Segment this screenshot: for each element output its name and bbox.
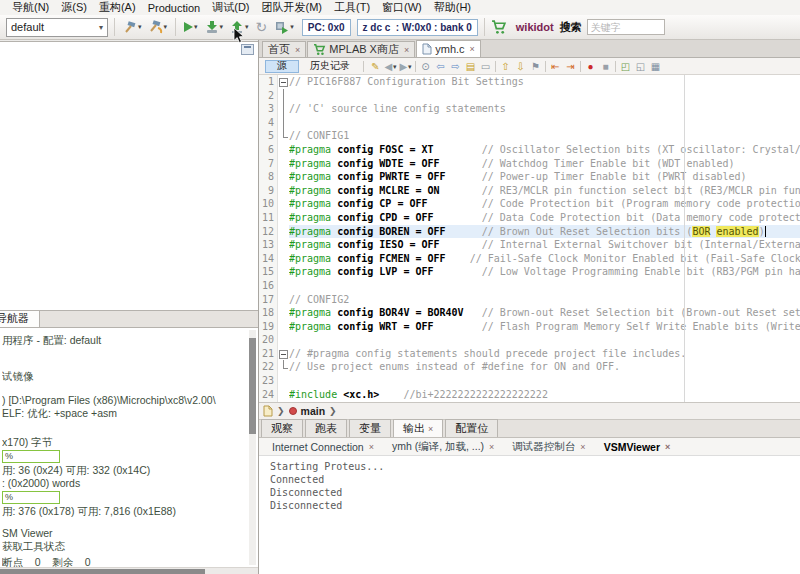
code-line[interactable]: // PIC16F887 Configuration Bit Settings xyxy=(289,75,800,89)
stop-macro-icon[interactable]: ● xyxy=(583,60,598,73)
close-icon[interactable]: × xyxy=(489,442,494,452)
find-previous-occurrence-icon[interactable]: ⇦ xyxy=(433,60,448,73)
cart-icon[interactable] xyxy=(491,20,507,34)
code-line[interactable]: #include <xc.h> //bi+2222222222222222222 xyxy=(289,388,800,402)
next-bookmark-icon[interactable]: ⇩ xyxy=(513,60,528,73)
tab-home[interactable]: 首页× xyxy=(262,41,306,57)
scrollbar-thumb[interactable] xyxy=(249,338,256,434)
rectangular-selection-icon[interactable]: ▭ xyxy=(478,60,493,73)
fold-marker[interactable] xyxy=(278,360,289,374)
comment-icon[interactable]: ◰ xyxy=(618,60,633,73)
code-line[interactable]: #pragma config BOREN = OFF // Brown Out … xyxy=(289,225,800,239)
code-line[interactable]: // #pragma config statements should prec… xyxy=(289,347,800,361)
tab-watches[interactable]: 观察 xyxy=(261,419,303,437)
pause-icon[interactable]: ■ xyxy=(598,60,613,73)
code-fold-column[interactable] xyxy=(278,75,289,402)
code-editor[interactable]: 123456789101112131415161718192021222324 … xyxy=(259,75,800,402)
reset-button[interactable]: ↻ xyxy=(254,17,270,37)
tab-output[interactable]: 输出× xyxy=(393,419,443,437)
code-area[interactable]: // PIC16F887 Configuration Bit Settings/… xyxy=(289,75,800,402)
scrollbar-thumb[interactable] xyxy=(0,569,205,574)
code-line[interactable] xyxy=(289,279,800,293)
dashboard-vertical-scrollbar[interactable] xyxy=(249,330,256,565)
fold-marker[interactable] xyxy=(278,75,289,89)
find-next-occurrence-icon[interactable]: ⇨ xyxy=(448,60,463,73)
output-tab-ymh[interactable]: ymh (编译, 加载, ...)× xyxy=(383,439,503,455)
code-line[interactable]: #pragma config BOR4V = BOR40V // Brown-o… xyxy=(289,306,800,320)
menu-item[interactable]: 工具(T) xyxy=(328,0,376,15)
code-line[interactable]: // CONFIG2 xyxy=(289,293,800,307)
last-edit-icon[interactable]: ✎ xyxy=(368,60,383,73)
code-line[interactable] xyxy=(289,89,800,103)
fold-marker[interactable] xyxy=(278,129,289,143)
menu-item[interactable]: 调试(D) xyxy=(206,0,255,15)
dashboard-horizontal-scrollbar[interactable] xyxy=(0,567,258,574)
output-tab-vsmviewer[interactable]: VSMViewer× xyxy=(595,440,680,454)
toggle-highlight-icon[interactable]: ▤ xyxy=(463,60,478,73)
tab-config-bits[interactable]: 配置位 xyxy=(445,419,498,437)
clean-build-button[interactable]: ▾ xyxy=(147,17,170,37)
code-line[interactable]: #pragma config CP = OFF // Code Protecti… xyxy=(289,197,800,211)
code-line[interactable]: #pragma config LVP = OFF // Low Voltage … xyxy=(289,265,800,279)
code-line[interactable]: #pragma config IESO = OFF // Internal Ex… xyxy=(289,238,800,252)
debug-button[interactable]: ▾ xyxy=(272,17,296,37)
code-line[interactable]: #pragma config FCMEN = OFF // Fail-Safe … xyxy=(289,252,800,266)
code-line[interactable]: #pragma config FOSC = XT // Oscillator S… xyxy=(289,143,800,157)
close-icon[interactable]: × xyxy=(295,45,300,55)
output-tab-internet-connection[interactable]: Internet Connection× xyxy=(263,440,383,454)
menu-item[interactable]: 窗口(W) xyxy=(376,0,428,15)
shift-right-icon[interactable]: ⇥ xyxy=(563,60,578,73)
code-line[interactable]: // 'C' source line config statements xyxy=(289,102,800,116)
code-line[interactable]: // CONFIG1 xyxy=(289,129,800,143)
insert-code-icon[interactable]: ▦ xyxy=(648,60,663,73)
source-view-button[interactable]: 源 xyxy=(265,60,299,73)
close-icon[interactable]: × xyxy=(428,424,433,434)
run-button[interactable]: ▾ xyxy=(182,17,200,37)
menu-item[interactable]: 帮助(H) xyxy=(428,0,477,15)
code-line[interactable] xyxy=(289,116,800,130)
config-select[interactable]: default ▾ xyxy=(6,18,108,37)
forward-icon[interactable]: ▶▾ xyxy=(398,60,413,73)
menu-item[interactable]: Production xyxy=(142,2,207,14)
code-line[interactable]: #pragma config PWRTE = OFF // Power-up T… xyxy=(289,170,800,184)
tab-mplab-store[interactable]: MPLAB X商店× xyxy=(307,41,415,57)
tab-navigator[interactable]: 导航器 xyxy=(0,309,40,327)
close-icon[interactable]: × xyxy=(470,44,475,54)
close-icon[interactable]: × xyxy=(404,45,409,55)
shift-left-icon[interactable]: ⇤ xyxy=(548,60,563,73)
minimize-window-icon[interactable] xyxy=(241,44,254,55)
previous-bookmark-icon[interactable]: ⇧ xyxy=(498,60,513,73)
find-selection-icon[interactable]: ⊙ xyxy=(418,60,433,73)
program-device-button[interactable]: ▾ xyxy=(203,17,226,37)
code-line[interactable]: #pragma config MCLRE = ON // RE3/MCLR pi… xyxy=(289,184,800,198)
wikidot-search-input[interactable] xyxy=(587,19,665,35)
code-line[interactable]: #pragma config WDTE = OFF // Watchdog Ti… xyxy=(289,157,800,171)
menu-item[interactable]: 导航(N) xyxy=(6,0,55,15)
menu-item[interactable]: 团队开发(M) xyxy=(256,0,329,15)
build-button[interactable]: ▾ xyxy=(121,17,144,37)
close-icon[interactable]: × xyxy=(369,442,374,452)
code-line[interactable]: #pragma config WRT = OFF // Flash Progra… xyxy=(289,320,800,334)
output-tab-debugger-console[interactable]: 调试器控制台× xyxy=(503,439,594,455)
close-icon[interactable]: × xyxy=(665,442,670,452)
back-icon[interactable]: ◀▾ xyxy=(383,60,398,73)
output-console[interactable]: Starting Proteus...ConnectedDisconnected… xyxy=(259,456,800,574)
breadcrumb-item-main[interactable]: main xyxy=(301,405,326,417)
close-icon[interactable]: × xyxy=(580,442,585,452)
fold-marker[interactable] xyxy=(278,347,289,361)
fold-marker[interactable] xyxy=(278,89,289,103)
uncomment-icon[interactable]: ◱ xyxy=(633,60,648,73)
fold-marker[interactable] xyxy=(278,116,289,130)
fold-marker[interactable] xyxy=(278,102,289,116)
tab-stopwatch[interactable]: 跑表 xyxy=(305,419,347,437)
code-line[interactable] xyxy=(289,374,800,388)
tab-ymh-c[interactable]: ymh.c× xyxy=(416,40,481,57)
code-line[interactable]: #pragma config CPD = OFF // Data Code Pr… xyxy=(289,211,800,225)
code-line[interactable] xyxy=(289,333,800,347)
menu-item[interactable]: 源(S) xyxy=(55,0,93,15)
code-line[interactable]: // Use project enums instead of #define … xyxy=(289,360,800,374)
history-view-button[interactable]: 历史记录 xyxy=(301,59,359,73)
menu-item[interactable]: 重构(A) xyxy=(93,0,142,15)
tab-variables[interactable]: 变量 xyxy=(349,419,391,437)
toggle-bookmark-icon[interactable]: ⚑ xyxy=(528,60,543,73)
